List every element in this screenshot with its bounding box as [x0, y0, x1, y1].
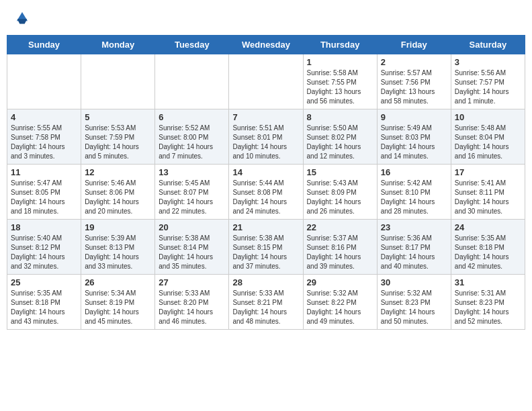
day-info: Sunrise: 5:38 AM Sunset: 8:15 PM Dayligh…: [232, 234, 299, 271]
day-info: Sunrise: 5:41 AM Sunset: 8:11 PM Dayligh…: [455, 179, 521, 216]
day-info: Sunrise: 5:33 AM Sunset: 8:21 PM Dayligh…: [232, 289, 299, 326]
day-number: 3: [455, 57, 521, 67]
calendar-cell: 2Sunrise: 5:57 AM Sunset: 7:56 PM Daylig…: [377, 54, 451, 109]
day-info: Sunrise: 5:31 AM Sunset: 8:23 PM Dayligh…: [455, 289, 521, 326]
day-info: Sunrise: 5:48 AM Sunset: 8:04 PM Dayligh…: [455, 124, 521, 161]
day-number: 24: [455, 222, 521, 232]
calendar-week-row: 11Sunrise: 5:47 AM Sunset: 8:05 PM Dayli…: [7, 165, 525, 220]
day-number: 12: [85, 167, 151, 177]
day-number: 29: [307, 277, 373, 287]
day-info: Sunrise: 5:58 AM Sunset: 7:55 PM Dayligh…: [307, 68, 373, 106]
calendar-week-row: 25Sunrise: 5:35 AM Sunset: 8:18 PM Dayli…: [7, 275, 525, 330]
day-number: 19: [85, 222, 151, 232]
day-number: 2: [381, 57, 447, 67]
day-number: 4: [11, 112, 77, 122]
day-number: 27: [159, 277, 225, 287]
day-number: 10: [455, 112, 521, 122]
day-number: 22: [307, 222, 373, 232]
calendar-cell: 28Sunrise: 5:33 AM Sunset: 8:21 PM Dayli…: [229, 275, 303, 330]
weekday-header-wednesday: Wednesday: [229, 36, 303, 54]
day-info: Sunrise: 5:57 AM Sunset: 7:56 PM Dayligh…: [381, 68, 447, 106]
day-number: 23: [381, 222, 447, 232]
day-info: Sunrise: 5:35 AM Sunset: 8:18 PM Dayligh…: [11, 289, 77, 326]
calendar-cell: 7Sunrise: 5:51 AM Sunset: 8:01 PM Daylig…: [229, 109, 303, 165]
weekday-header-monday: Monday: [81, 36, 155, 54]
calendar-cell: 10Sunrise: 5:48 AM Sunset: 8:04 PM Dayli…: [451, 109, 525, 165]
calendar-cell: 5Sunrise: 5:53 AM Sunset: 7:59 PM Daylig…: [81, 109, 155, 165]
calendar-cell: 26Sunrise: 5:34 AM Sunset: 8:19 PM Dayli…: [81, 275, 155, 330]
day-info: Sunrise: 5:39 AM Sunset: 8:13 PM Dayligh…: [85, 234, 151, 271]
day-number: 17: [455, 167, 521, 177]
day-number: 1: [307, 57, 373, 67]
calendar-cell: 27Sunrise: 5:33 AM Sunset: 8:20 PM Dayli…: [155, 275, 229, 330]
calendar-cell: 25Sunrise: 5:35 AM Sunset: 8:18 PM Dayli…: [7, 275, 81, 330]
calendar-week-row: 1Sunrise: 5:58 AM Sunset: 7:55 PM Daylig…: [7, 54, 525, 109]
calendar-cell: 9Sunrise: 5:49 AM Sunset: 8:03 PM Daylig…: [377, 109, 451, 165]
weekday-header-saturday: Saturday: [451, 36, 525, 54]
calendar-cell: 20Sunrise: 5:38 AM Sunset: 8:14 PM Dayli…: [155, 220, 229, 275]
day-number: 6: [159, 112, 225, 122]
day-number: 14: [232, 167, 299, 177]
calendar-cell: 24Sunrise: 5:35 AM Sunset: 8:18 PM Dayli…: [451, 220, 525, 275]
day-info: Sunrise: 5:43 AM Sunset: 8:09 PM Dayligh…: [307, 179, 373, 216]
day-number: 8: [307, 112, 373, 122]
day-info: Sunrise: 5:33 AM Sunset: 8:20 PM Dayligh…: [159, 289, 225, 326]
day-number: 11: [11, 167, 77, 177]
logo: [13, 10, 30, 25]
day-info: Sunrise: 5:46 AM Sunset: 8:06 PM Dayligh…: [85, 179, 151, 216]
svg-marker-1: [17, 19, 28, 24]
weekday-header-row: SundayMondayTuesdayWednesdayThursdayFrid…: [7, 36, 525, 54]
calendar-cell: 1Sunrise: 5:58 AM Sunset: 7:55 PM Daylig…: [303, 54, 377, 109]
day-number: 30: [381, 277, 447, 287]
day-number: 20: [159, 222, 225, 232]
day-number: 28: [232, 277, 299, 287]
day-info: Sunrise: 5:36 AM Sunset: 8:17 PM Dayligh…: [381, 234, 447, 271]
logo-icon: [15, 10, 30, 25]
calendar-cell: [155, 54, 229, 109]
calendar-week-row: 4Sunrise: 5:55 AM Sunset: 7:58 PM Daylig…: [7, 109, 525, 165]
calendar-cell: 11Sunrise: 5:47 AM Sunset: 8:05 PM Dayli…: [7, 165, 81, 220]
calendar-cell: [81, 54, 155, 109]
calendar-cell: 29Sunrise: 5:32 AM Sunset: 8:22 PM Dayli…: [303, 275, 377, 330]
day-info: Sunrise: 5:55 AM Sunset: 7:58 PM Dayligh…: [11, 124, 77, 161]
calendar-cell: 22Sunrise: 5:37 AM Sunset: 8:16 PM Dayli…: [303, 220, 377, 275]
day-number: 25: [11, 277, 77, 287]
day-number: 5: [85, 112, 151, 122]
day-info: Sunrise: 5:37 AM Sunset: 8:16 PM Dayligh…: [307, 234, 373, 271]
calendar-cell: 19Sunrise: 5:39 AM Sunset: 8:13 PM Dayli…: [81, 220, 155, 275]
calendar-cell: 23Sunrise: 5:36 AM Sunset: 8:17 PM Dayli…: [377, 220, 451, 275]
calendar-cell: 21Sunrise: 5:38 AM Sunset: 8:15 PM Dayli…: [229, 220, 303, 275]
calendar-week-row: 18Sunrise: 5:40 AM Sunset: 8:12 PM Dayli…: [7, 220, 525, 275]
weekday-header-thursday: Thursday: [303, 36, 377, 54]
calendar-cell: 6Sunrise: 5:52 AM Sunset: 8:00 PM Daylig…: [155, 109, 229, 165]
weekday-header-friday: Friday: [377, 36, 451, 54]
day-info: Sunrise: 5:53 AM Sunset: 7:59 PM Dayligh…: [85, 124, 151, 161]
day-info: Sunrise: 5:38 AM Sunset: 8:14 PM Dayligh…: [159, 234, 225, 271]
day-info: Sunrise: 5:44 AM Sunset: 8:08 PM Dayligh…: [232, 179, 299, 216]
day-number: 26: [85, 277, 151, 287]
day-info: Sunrise: 5:50 AM Sunset: 8:02 PM Dayligh…: [307, 124, 373, 161]
calendar-cell: 8Sunrise: 5:50 AM Sunset: 8:02 PM Daylig…: [303, 109, 377, 165]
page-header: [7, 7, 525, 28]
day-number: 9: [381, 112, 447, 122]
day-info: Sunrise: 5:35 AM Sunset: 8:18 PM Dayligh…: [455, 234, 521, 271]
calendar-cell: 18Sunrise: 5:40 AM Sunset: 8:12 PM Dayli…: [7, 220, 81, 275]
day-info: Sunrise: 5:56 AM Sunset: 7:57 PM Dayligh…: [455, 68, 521, 106]
day-info: Sunrise: 5:32 AM Sunset: 8:23 PM Dayligh…: [381, 289, 447, 326]
day-number: 31: [455, 277, 521, 287]
day-info: Sunrise: 5:34 AM Sunset: 8:19 PM Dayligh…: [85, 289, 151, 326]
day-info: Sunrise: 5:42 AM Sunset: 8:10 PM Dayligh…: [381, 179, 447, 216]
weekday-header-sunday: Sunday: [7, 36, 81, 54]
day-info: Sunrise: 5:32 AM Sunset: 8:22 PM Dayligh…: [307, 289, 373, 326]
calendar-cell: [229, 54, 303, 109]
day-number: 21: [232, 222, 299, 232]
calendar-cell: 15Sunrise: 5:43 AM Sunset: 8:09 PM Dayli…: [303, 165, 377, 220]
calendar-table: SundayMondayTuesdayWednesdayThursdayFrid…: [7, 35, 525, 330]
calendar-cell: 13Sunrise: 5:45 AM Sunset: 8:07 PM Dayli…: [155, 165, 229, 220]
day-number: 7: [232, 112, 299, 122]
calendar-cell: 12Sunrise: 5:46 AM Sunset: 8:06 PM Dayli…: [81, 165, 155, 220]
calendar-header: SundayMondayTuesdayWednesdayThursdayFrid…: [7, 36, 525, 54]
day-info: Sunrise: 5:40 AM Sunset: 8:12 PM Dayligh…: [11, 234, 77, 271]
calendar-cell: 4Sunrise: 5:55 AM Sunset: 7:58 PM Daylig…: [7, 109, 81, 165]
calendar-cell: 30Sunrise: 5:32 AM Sunset: 8:23 PM Dayli…: [377, 275, 451, 330]
